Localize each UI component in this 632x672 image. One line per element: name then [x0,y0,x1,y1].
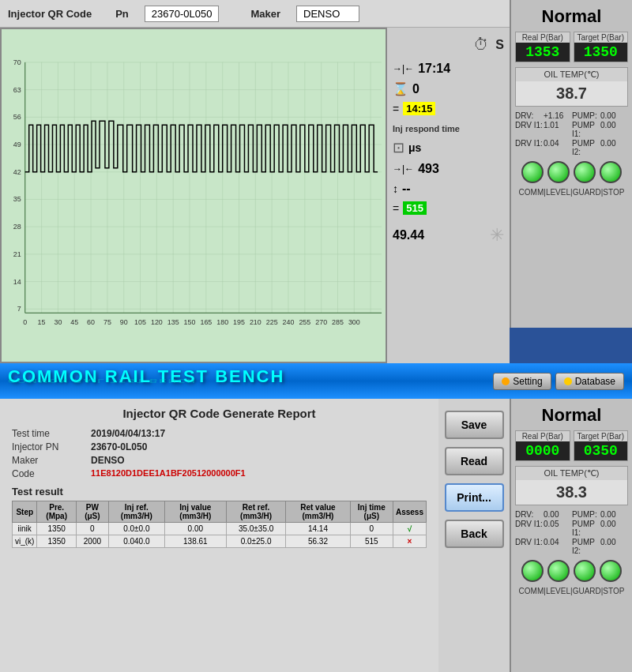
down-icon: ↕ [393,182,398,195]
bottom-pump-label: PUMP: [572,510,600,519]
comm-indicator [521,161,544,183]
respond-arrow-icon: →|← [393,163,414,175]
bottom-header-wrap: COMMON RAIL TEST BENCH COMMON RAIL TEST … [8,366,284,396]
real-p-label: Real P(Bar) [516,32,570,43]
drv-value: +1.16 [544,111,571,120]
dash-row: ↕ -- [391,180,506,197]
bottom-header-bar: COMMON RAIL TEST BENCH COMMON RAIL TEST … [0,363,632,399]
report-title: Injector QR Code Generate Report [12,407,427,420]
drv1-label: DRV I1: [515,121,543,138]
drv2-value: 0.04 [544,139,571,156]
report-panel: Injector QR Code Generate Report Test ti… [0,399,438,672]
svg-text:28: 28 [13,223,21,231]
yellow-row: = 14:15 [391,100,506,117]
indicator-row [521,161,622,183]
svg-text:14: 14 [13,278,21,286]
code-val: 11E8120D1DEE1A1BF20512000000F1 [91,468,246,479]
real-p-value: 1353 [516,43,570,62]
table-cell: 2000 [76,535,108,548]
equals-icon2: = [393,202,399,215]
save-button[interactable]: Save [445,411,504,439]
pressure-row: Real P(Bar) 1353 Target P(Bar) 1350 [515,32,628,62]
bottom-drv-pump-grid: DRV: 0.00 PUMP: 0.00 DRV I1: 0.05 PUMP I… [515,510,628,555]
injector-pn-key: Injector PN [12,441,83,452]
test-time-key: Test time [12,428,83,439]
maker-key: Maker [12,455,83,466]
pump-label: PUMP: [572,111,600,120]
table-cell: 138.61 [164,535,226,548]
table-cell: × [393,535,426,548]
bottom-comm-guard-row: COMM | LEVEL | GUARD | STOP [519,587,625,595]
side-buttons: Save Read Print... Back [438,399,510,672]
svg-text:42: 42 [13,168,21,176]
svg-text:63: 63 [13,86,21,94]
table-cell: vi_(k) [13,535,37,548]
injector-pn-row: Injector PN 23670-0L050 [12,441,427,452]
bottom-real-pressure-box: Real P(Bar) 0000 [515,430,570,461]
read-button[interactable]: Read [445,447,504,475]
col-assess: Assess [393,501,426,523]
pn-label: Pn [115,8,129,20]
count-row: ⌛ 0 [391,80,506,98]
bottom-value-row: 49.44 ✳ [391,219,506,247]
top-normal-label: Normal [542,6,602,27]
stop-indicator [600,161,622,183]
bottom-setting-label: Setting [513,376,542,387]
bottom-stop-label: STOP [603,587,624,595]
readings-section: ⏱ S →|← 17:14 ⌛ 0 = 14:15 Inj respond ti… [387,28,510,363]
target-pressure-box: Target P(Bar) 1350 [574,32,629,62]
col-ret-ref: Ret ref. (mm3/H) [226,501,285,523]
bottom-target-pressure-box: Target P(Bar) 0350 [574,430,629,461]
equals-icon: = [393,103,399,115]
top-section: COMMON RAIL TEST BENCH COMMON RAIL TEST … [0,0,632,363]
svg-text:285: 285 [332,318,344,326]
bottom-setting-dot-icon [502,377,510,385]
drv2-label: DRV I1: [515,139,543,156]
bottom-comm-label: COMM [519,587,544,595]
col-inj-ref: Inj ref. (mm3/H) [108,501,164,523]
dash-value: -- [402,182,411,196]
svg-text:150: 150 [184,318,196,326]
bottom-database-label: Database [575,376,615,387]
bottom-setting-button[interactable]: Setting [493,373,551,390]
svg-text:120: 120 [151,318,163,326]
svg-text:165: 165 [200,318,212,326]
chart-svg: 70 63 56 49 42 35 28 21 14 7 0 15 30 45 … [2,29,386,362]
col-inj-time: Inj time (μS) [350,501,393,523]
back-button[interactable]: Back [445,520,504,548]
bottom-database-button[interactable]: Database [555,373,624,390]
svg-text:56: 56 [13,113,21,121]
svg-text:45: 45 [70,318,78,326]
respond-value: 493 [418,162,439,176]
bottom-drv1-label: DRV I1: [515,520,543,537]
injector-label: Injector QR Code [8,8,92,20]
bottom-pump1-value: 0.00 [600,520,628,537]
maker-row: Maker DENSO [12,455,427,466]
bottom-value: 49.44 [393,228,424,242]
maker-val: DENSO [91,455,125,466]
comm-label: COMM [519,188,544,197]
svg-text:60: 60 [87,318,95,326]
table-cell: 0 [350,523,393,535]
guard-indicator [574,161,596,183]
inj-respond-label: Inj respond time [391,119,506,135]
col-ret-val: Ret value (mm3/H) [286,501,350,523]
real-pressure-box: Real P(Bar) 1353 [515,32,570,62]
table-cell: 0.040.0 [108,535,164,548]
clock-icon: ⏱ [473,36,489,54]
bottom-drv2-value: 0.04 [544,538,571,555]
bottom-main: Injector QR Code Generate Report Test ti… [0,399,632,672]
level-indicator [547,161,570,183]
bottom-target-p-value: 0350 [574,441,628,460]
level-label: LEVEL [546,188,570,197]
pn-value: 23670-0L050 [145,6,220,22]
table-cell: 1350 [37,535,76,548]
arrow-icon: →|← [393,63,414,74]
print-button[interactable]: Print... [445,483,504,512]
code-row: Code 11E8120D1DEE1A1BF20512000000F1 [12,468,427,479]
bottom-level-label: LEVEL [546,587,570,595]
table-row: iinik135000.0±0.00.0035.0±35.014.140√ [13,523,427,535]
green-value: 515 [403,201,427,215]
guard-label: GUARD [573,188,601,197]
target-p-value: 1350 [574,43,628,62]
